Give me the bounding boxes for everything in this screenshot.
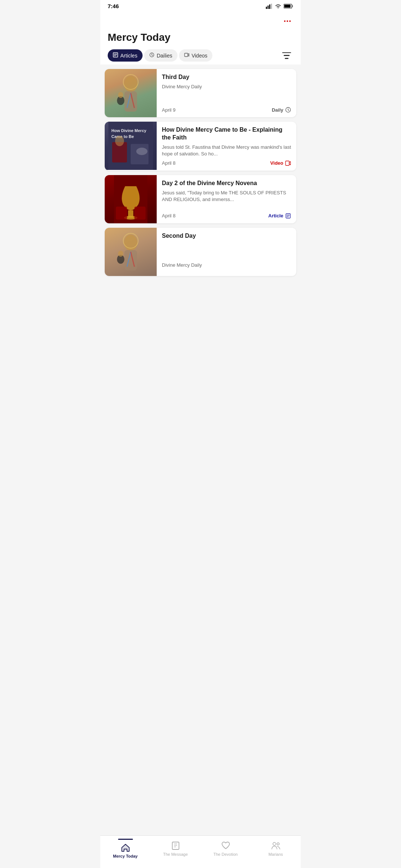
card-type-1: Daily: [272, 107, 291, 113]
svg-point-57: [277, 843, 279, 845]
card-date-3: April 8: [162, 213, 176, 218]
nav-the-message[interactable]: The Message: [163, 839, 188, 861]
nav-the-devotion-wrapper: The Devotion: [200, 839, 251, 861]
svg-point-24: [118, 92, 123, 98]
card-thumbnail-1: [105, 69, 157, 117]
svg-rect-40: [134, 207, 146, 220]
status-time: 7:46: [108, 3, 119, 9]
more-icon: [283, 17, 292, 26]
svg-rect-6: [284, 5, 291, 8]
article-card-4[interactable]: Second Day Divine Mercy Daily: [105, 228, 296, 276]
nav-marians[interactable]: Marians: [268, 839, 283, 861]
svg-rect-5: [292, 5, 293, 7]
card-body-2: How Divine Mercy Came to Be - Explaining…: [157, 122, 296, 171]
content-area: Third Day Divine Mercy Daily April 9 Dai…: [100, 65, 301, 318]
svg-point-51: [118, 251, 123, 257]
people-icon: [271, 841, 281, 851]
nav-marians-wrapper: Marians: [251, 839, 301, 861]
nav-mercy-today[interactable]: Mercy Today: [113, 841, 137, 861]
book-icon: [171, 841, 180, 851]
signal-icon: [266, 4, 273, 9]
card-subtitle-3: Jesus said, "Today bring to Me THE SOULS…: [162, 190, 291, 203]
filter-button[interactable]: [280, 50, 293, 61]
nav-the-message-label: The Message: [163, 852, 188, 857]
articles-list: Third Day Divine Mercy Daily April 9 Dai…: [100, 65, 301, 280]
svg-rect-17: [185, 53, 188, 57]
card-body-1: Third Day Divine Mercy Daily April 9 Dai…: [157, 69, 296, 117]
card-title-1: Third Day: [162, 73, 291, 81]
svg-text:How Divine Mercy: How Divine Mercy: [111, 128, 147, 133]
svg-rect-39: [116, 207, 127, 220]
jesus-small-thumbnail-illustration: [114, 230, 147, 274]
nav-mercy-today-label: Mercy Today: [113, 854, 137, 858]
svg-rect-35: [286, 161, 289, 165]
card-meta-1: April 9 Daily: [162, 107, 291, 113]
articles-icon: [113, 52, 118, 59]
svg-line-16: [152, 55, 153, 56]
tab-articles[interactable]: Articles: [108, 49, 143, 62]
battery-icon: [284, 4, 293, 9]
app-title: Mercy Today: [108, 32, 293, 43]
filter-icon: [282, 52, 291, 59]
card-title-4: Second Day: [162, 232, 291, 240]
card-subtitle-4: Divine Mercy Daily: [162, 262, 291, 269]
nav-mercy-today-wrapper: Mercy Today: [100, 839, 150, 861]
svg-rect-52: [172, 842, 179, 849]
svg-point-9: [289, 20, 291, 22]
card-subtitle-1: Divine Mercy Daily: [162, 83, 291, 90]
heart-icon: [221, 841, 231, 851]
article-card-1[interactable]: Third Day Divine Mercy Daily April 9 Dai…: [105, 69, 296, 117]
svg-line-27: [288, 110, 289, 111]
svg-point-34: [136, 148, 147, 155]
videos-icon: [184, 52, 189, 59]
card-thumbnail-3: [105, 175, 157, 223]
status-bar: 7:46: [100, 0, 301, 12]
card-thumbnail-2: How Divine Mercy Came to Be: [105, 122, 157, 170]
chalice-thumbnail-illustration: [114, 175, 147, 223]
svg-point-56: [273, 842, 276, 845]
card-meta-3: April 8 Article: [162, 213, 291, 219]
svg-point-33: [115, 136, 124, 146]
tab-dailies[interactable]: Dailies: [144, 49, 177, 62]
header-top: [108, 15, 293, 29]
home-icon: [121, 843, 130, 852]
bottom-nav: Mercy Today The Message The Devotion: [100, 835, 301, 868]
card-meta-2: April 8 Video: [162, 160, 291, 166]
nav-the-message-wrapper: The Message: [150, 839, 200, 861]
tab-videos[interactable]: Videos: [179, 49, 213, 62]
card-body-3: Day 2 of the Divine Mercy Novena Jesus s…: [157, 175, 296, 223]
svg-point-8: [287, 20, 288, 22]
svg-rect-1: [268, 6, 269, 9]
card-type-3: Article: [268, 213, 291, 219]
wifi-icon: [275, 4, 281, 9]
card-date-1: April 9: [162, 107, 176, 113]
card-type-2: Video: [270, 160, 291, 166]
more-button[interactable]: [281, 15, 293, 29]
svg-point-7: [284, 20, 286, 22]
nav-marians-label: Marians: [268, 852, 283, 857]
svg-rect-2: [269, 4, 270, 9]
dailies-icon: [149, 52, 154, 59]
tabs-row: Articles Dailies Videos: [108, 49, 293, 65]
clock-icon: [285, 107, 291, 113]
card-subtitle-2: Jesus told St. Faustina that Divine Merc…: [162, 144, 291, 157]
video-play-icon: [285, 160, 291, 166]
nav-the-devotion[interactable]: The Devotion: [213, 839, 238, 861]
book-thumbnail-illustration: How Divine Mercy Came to Be: [108, 122, 153, 170]
card-title-3: Day 2 of the Divine Mercy Novena: [162, 180, 291, 187]
svg-rect-0: [266, 7, 267, 9]
nav-the-devotion-label: The Devotion: [213, 852, 238, 857]
article-card-3[interactable]: Day 2 of the Divine Mercy Novena Jesus s…: [105, 175, 296, 223]
nav-active-indicator: [118, 839, 133, 840]
article-icon: [285, 213, 291, 219]
jesus-thumbnail-illustration: [114, 71, 147, 115]
svg-rect-3: [271, 4, 272, 9]
card-title-2: How Divine Mercy Came to Be - Explaining…: [162, 126, 291, 142]
card-date-2: April 8: [162, 160, 176, 166]
card-thumbnail-4: [105, 228, 157, 276]
status-icons: [266, 4, 293, 9]
card-body-4: Second Day Divine Mercy Daily: [157, 228, 296, 276]
header: Mercy Today Articles Dail: [100, 12, 301, 65]
article-card-2[interactable]: How Divine Mercy Came to Be How Divine M…: [105, 122, 296, 171]
